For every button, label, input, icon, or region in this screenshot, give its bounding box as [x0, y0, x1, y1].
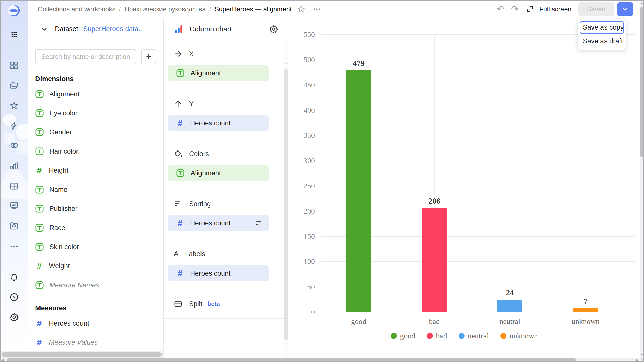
- fullscreen-label[interactable]: Full screen: [539, 5, 571, 13]
- config-section-sorting: Sorting#Heroes count: [164, 190, 289, 240]
- config-field-pill[interactable]: Alignment: [168, 65, 269, 81]
- gear-icon[interactable]: [269, 24, 278, 34]
- field-label: Measure Names: [49, 281, 99, 289]
- scrollbar-thumb[interactable]: [7, 358, 576, 361]
- field-row[interactable]: Measure Names: [28, 276, 163, 295]
- scroll-down-arrow[interactable]: ▼: [640, 353, 644, 356]
- field-label: Alignment: [191, 69, 221, 77]
- legend-item-good[interactable]: good: [391, 332, 415, 340]
- sidebar-item-charts[interactable]: [8, 160, 20, 172]
- number-field-icon: #: [35, 166, 44, 175]
- field-row[interactable]: Name: [28, 180, 163, 199]
- sidebar-item-dashboards[interactable]: [8, 180, 20, 192]
- text-field-icon: [35, 89, 44, 99]
- y-axis-tick-label: 450: [290, 80, 315, 90]
- number-field-icon: #: [35, 338, 44, 347]
- sidebar-item-storage[interactable]: [8, 220, 20, 232]
- sidebar-item-services[interactable]: [8, 28, 20, 40]
- number-field-icon: #: [176, 269, 185, 278]
- more-options-icon[interactable]: [313, 5, 321, 13]
- more-icon: [9, 242, 19, 251]
- field-row[interactable]: #Measure Values: [28, 333, 163, 351]
- field-label: Heroes count: [190, 269, 231, 277]
- search-input[interactable]: [35, 49, 136, 64]
- chart-type-header: Column chart: [164, 18, 289, 40]
- breadcrumb-item[interactable]: Практические руководства: [125, 5, 206, 13]
- legend-item-neutral[interactable]: neutral: [459, 332, 489, 340]
- scroll-up-arrow[interactable]: ▲: [640, 1, 644, 5]
- y-axis-tick-label: 350: [290, 130, 315, 140]
- config-field-pill[interactable]: #Heroes count: [168, 215, 269, 231]
- scroll-left-arrow[interactable]: ◀: [1, 358, 4, 362]
- field-row[interactable]: Gender: [28, 123, 163, 142]
- arrow-right-icon: [174, 49, 183, 58]
- undo-icon[interactable]: ↶: [497, 5, 504, 14]
- field-row[interactable]: Race: [28, 218, 163, 237]
- datalens-logo[interactable]: [8, 5, 20, 17]
- config-field-pill[interactable]: #Heroes count: [168, 265, 269, 281]
- config-section-title: X: [189, 50, 194, 58]
- scroll-right-arrow[interactable]: ▶: [636, 358, 638, 362]
- legend-item-unknown[interactable]: unknown: [500, 332, 538, 340]
- dataset-header: Dataset: SuperHeroes data...: [28, 18, 163, 40]
- save-menu-item[interactable]: Save as copy: [580, 21, 624, 34]
- chart-type-label[interactable]: Column chart: [190, 25, 232, 33]
- bar-value-label: 206: [414, 197, 455, 206]
- fullscreen-icon[interactable]: [526, 5, 534, 13]
- bar-good[interactable]: [346, 70, 371, 312]
- sidebar-item-widgets[interactable]: [8, 59, 20, 71]
- monitoring-icon: [9, 201, 19, 210]
- sidebar-item-favorites[interactable]: [8, 100, 20, 112]
- sidebar-item-datasets[interactable]: [8, 139, 20, 151]
- chevron-down-icon[interactable]: [41, 26, 48, 33]
- field-row[interactable]: #Weight: [28, 256, 163, 276]
- scrollbar-thumb[interactable]: [2, 352, 162, 357]
- field-row[interactable]: Skin color: [28, 237, 163, 256]
- field-label: Weight: [49, 262, 70, 270]
- sidebar-item-collections[interactable]: [8, 79, 20, 92]
- field-row[interactable]: Hair color: [28, 142, 163, 161]
- config-section-header: X: [174, 48, 289, 60]
- save-menu-item[interactable]: Save as draft: [580, 35, 624, 48]
- bar-neutral[interactable]: [497, 300, 522, 312]
- x-axis-category-label: good: [329, 317, 389, 326]
- sidebar-item-notifications[interactable]: [8, 272, 20, 284]
- sidebar-item-settings[interactable]: [8, 311, 20, 323]
- sidebar-item-connections[interactable]: [8, 120, 20, 132]
- legend-item-bad[interactable]: bad: [427, 332, 447, 340]
- field-label: Heroes count: [190, 219, 231, 227]
- dataset-name-link[interactable]: SuperHeroes data...: [83, 25, 144, 33]
- dimensions-title: Dimensions: [35, 75, 163, 83]
- config-section-split: Splitbeta: [164, 290, 289, 319]
- scrollbar-thumb[interactable]: [640, 7, 643, 157]
- services-icon: [10, 30, 19, 39]
- sidebar-item-help[interactable]: ?: [8, 291, 20, 303]
- bar-unknown[interactable]: [573, 308, 598, 312]
- config-field-pill[interactable]: #Heroes count: [168, 115, 269, 131]
- sidebar-item-monitoring[interactable]: [8, 200, 20, 212]
- datasets-icon: [9, 141, 19, 150]
- config-section-header: ALabels: [174, 248, 289, 260]
- save-dropdown-button[interactable]: [617, 2, 633, 16]
- field-row[interactable]: Eye color: [28, 104, 163, 123]
- breadcrumb-item[interactable]: SuperHeroes — alignment: [215, 5, 292, 13]
- saved-button[interactable]: Saved: [578, 2, 614, 16]
- column-chart-canvas: 050100150200250300350400450500550479good…: [289, 18, 640, 358]
- add-field-button[interactable]: +: [141, 49, 156, 64]
- redo-icon[interactable]: ↷: [511, 5, 519, 14]
- field-row[interactable]: Alignment: [28, 84, 163, 104]
- sidebar-item-more[interactable]: [8, 240, 20, 252]
- breadcrumb-item[interactable]: Collections and workbooks: [38, 5, 115, 13]
- field-row[interactable]: #Heroes count: [28, 314, 163, 333]
- favorite-star-icon[interactable]: [297, 5, 306, 13]
- legend-color-dot: [427, 333, 433, 339]
- notifications-icon: [9, 273, 19, 282]
- bar-bad[interactable]: [422, 208, 447, 312]
- config-field-pill[interactable]: Alignment: [168, 165, 269, 181]
- scrollbar-thumb[interactable]: [284, 68, 288, 340]
- number-field-icon: #: [35, 319, 44, 328]
- field-row[interactable]: #Height: [28, 161, 163, 180]
- field-label: Hair color: [49, 148, 78, 155]
- field-row[interactable]: Publisher: [28, 199, 163, 218]
- scroll-up-arrow[interactable]: ▲: [284, 61, 289, 65]
